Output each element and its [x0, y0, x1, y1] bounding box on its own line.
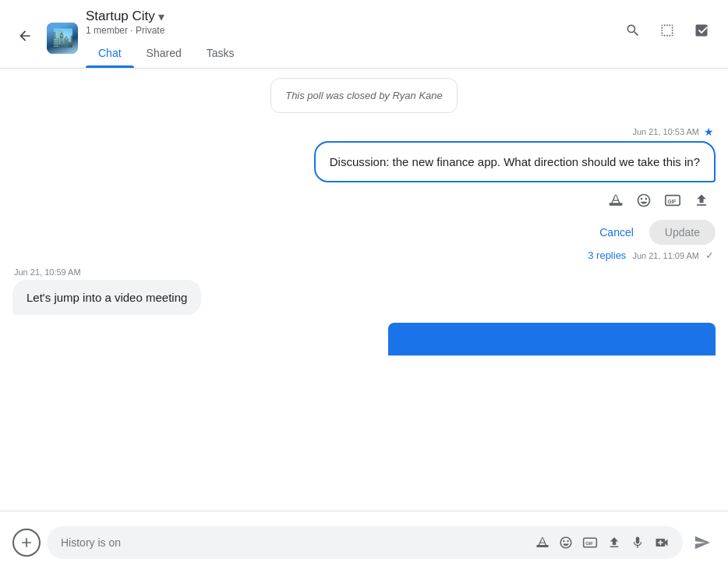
- poll-closed-message: This poll was closed by Ryan Kane: [270, 78, 458, 113]
- cancel-button[interactable]: Cancel: [590, 220, 643, 245]
- overflow-menu-button[interactable]: [687, 16, 716, 44]
- emoji-button[interactable]: [631, 188, 656, 213]
- upload-button[interactable]: [689, 188, 714, 213]
- group-name-row: Startup City ▾: [86, 9, 619, 24]
- message-text: Discussion: the new finance app. What di…: [330, 155, 700, 168]
- incoming-timestamp: Jun 21, 10:59 AM: [12, 267, 81, 277]
- group-avatar: [47, 23, 78, 54]
- group-name: Startup City: [86, 9, 155, 24]
- input-wrapper: GIF: [47, 526, 683, 559]
- edit-toolbar: GIF: [603, 187, 716, 214]
- search-button[interactable]: [619, 16, 647, 44]
- replies-count[interactable]: 3 replies: [588, 249, 626, 261]
- message-bubble-editing[interactable]: Discussion: the new finance app. What di…: [314, 141, 716, 182]
- message-timestamp: Jun 21, 10:53 AM: [632, 127, 699, 136]
- header-actions: [619, 16, 716, 44]
- incoming-bubble: Let's jump into a video meeting: [12, 280, 201, 315]
- tab-tasks[interactable]: Tasks: [194, 41, 247, 67]
- edit-actions: Cancel Update: [590, 220, 716, 245]
- back-button[interactable]: [12, 23, 37, 52]
- chat-area: This poll was closed by Ryan Kane Jun 21…: [0, 69, 728, 511]
- message-timestamp-row: Jun 21, 10:53 AM ★: [632, 126, 716, 138]
- poll-closed-text: This poll was closed by Ryan Kane: [285, 90, 443, 101]
- gif-button[interactable]: GIF: [659, 187, 686, 214]
- read-receipt-icon: ✓: [705, 249, 714, 261]
- incoming-text: Let's jump into a video meeting: [27, 291, 187, 304]
- replies-timestamp: Jun 21, 11:09 AM: [632, 251, 699, 260]
- svg-text:GIF: GIF: [668, 199, 677, 204]
- chevron-down-icon[interactable]: ▾: [158, 9, 164, 24]
- message-input[interactable]: [61, 536, 528, 549]
- tab-shared[interactable]: Shared: [134, 41, 194, 67]
- star-icon[interactable]: ★: [704, 126, 714, 138]
- upload-input-button[interactable]: [603, 532, 625, 554]
- format-text-button[interactable]: [603, 188, 628, 213]
- send-button[interactable]: [689, 529, 716, 556]
- blue-bar-partial: [388, 323, 716, 355]
- microphone-button[interactable]: [627, 532, 648, 554]
- format-text-input-button[interactable]: [532, 532, 553, 554]
- svg-text:GIF: GIF: [585, 541, 593, 546]
- input-toolbar-icons: GIF: [532, 531, 673, 554]
- emoji-input-button[interactable]: [555, 532, 577, 554]
- update-button[interactable]: Update: [649, 220, 716, 245]
- header: Startup City ▾ 1 member · Private Chat S…: [0, 0, 728, 69]
- header-title-area: Startup City ▾ 1 member · Private Chat S…: [86, 9, 619, 67]
- tab-chat[interactable]: Chat: [86, 41, 134, 67]
- input-area: GIF: [0, 511, 728, 573]
- incoming-message-row: Jun 21, 10:59 AM Let's jump into a video…: [12, 267, 716, 355]
- add-attachment-button[interactable]: [12, 529, 41, 557]
- replies-row: 3 replies Jun 21, 11:09 AM ✓: [588, 249, 716, 261]
- panel-toggle-button[interactable]: [653, 16, 681, 44]
- gif-input-button[interactable]: GIF: [578, 531, 602, 554]
- tab-bar: Chat Shared Tasks: [73, 41, 619, 67]
- outgoing-message-row: Jun 21, 10:53 AM ★ Discussion: the new f…: [12, 126, 716, 261]
- video-add-button[interactable]: [650, 531, 673, 554]
- group-meta: 1 member · Private: [86, 25, 619, 36]
